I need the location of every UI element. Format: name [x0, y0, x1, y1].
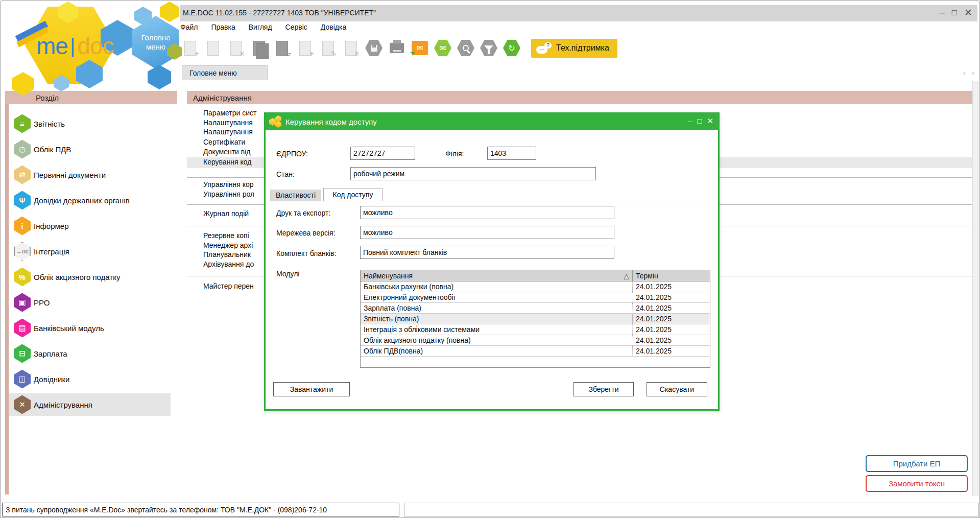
- filia-field[interactable]: 1403: [487, 147, 536, 160]
- stan-field[interactable]: робочий режим: [350, 167, 596, 180]
- receive-mail-icon[interactable]: ✉: [433, 37, 452, 59]
- network-version-label: Мережева версія:: [276, 229, 336, 237]
- sidebar-item-excise[interactable]: % Облік акцизного податку: [9, 266, 171, 288]
- edit-document-icon[interactable]: ▱: [272, 37, 292, 59]
- tab-access-code[interactable]: Код доступу: [323, 188, 383, 201]
- table-row[interactable]: Електронний документообіг24.01.2025: [361, 292, 710, 303]
- forms-set-label: Комплект бланків:: [276, 249, 336, 257]
- dialog-close-icon[interactable]: ✕: [707, 116, 713, 126]
- sort-asc-icon: △: [624, 272, 629, 280]
- print-export-label: Друк та експорт:: [276, 209, 330, 217]
- list-item[interactable]: Журнал подій: [203, 209, 249, 218]
- list-item[interactable]: Параметри сист: [203, 109, 257, 117]
- print-export-field[interactable]: можливо: [360, 206, 614, 219]
- new-document-icon[interactable]: +: [180, 37, 200, 59]
- sidebar-item-gov-certificates[interactable]: Ψ Довідки державних органів: [9, 189, 171, 211]
- sidebar-item-banking[interactable]: ▤ Банківський модуль: [9, 317, 171, 339]
- cancel-button[interactable]: Скасувати: [647, 382, 707, 396]
- sidebar-item-label: Адміністрування: [34, 401, 92, 409]
- load-button[interactable]: Завантажити: [273, 382, 350, 396]
- update-icon[interactable]: ↻: [502, 37, 521, 59]
- tab-main-menu[interactable]: Головне меню: [182, 65, 268, 80]
- sidebar-item-informer[interactable]: i Інформер: [9, 215, 171, 237]
- table-row[interactable]: Банківськи рахунки (повна)24.01.2025: [361, 281, 710, 292]
- tech-support-button[interactable]: ...? Тех.підтримка: [531, 39, 617, 58]
- salary-icon: ⊟: [14, 344, 31, 363]
- close-icon[interactable]: ✕: [964, 7, 972, 19]
- filter-icon[interactable]: [479, 37, 498, 59]
- sidebar-item-vat[interactable]: ◷ Облік ПДВ: [9, 138, 171, 160]
- sidebar-item-reports[interactable]: ≡ Звітність: [9, 112, 171, 135]
- sidebar-item-label: Довідники: [34, 375, 69, 384]
- table-row[interactable]: Зарплата (повна)24.01.2025: [361, 303, 710, 314]
- vat-icon: ◷: [14, 140, 31, 159]
- forms-set-field[interactable]: Повний комплект бланків: [360, 246, 614, 259]
- save-button[interactable]: Зберегти: [573, 382, 634, 396]
- sidebar-item-primary-docs[interactable]: ⇄ Первинні документи: [9, 163, 171, 186]
- list-item[interactable]: Налаштування: [203, 119, 253, 127]
- table-row[interactable]: Облік ПДВ(повна)24.01.2025: [361, 346, 710, 357]
- menu-view[interactable]: Вигляд: [249, 23, 272, 31]
- dialog-maximize-icon[interactable]: □: [697, 116, 702, 126]
- honeycomb-icon: [269, 115, 282, 128]
- list-item[interactable]: Документи від: [203, 148, 251, 156]
- maximize-icon[interactable]: □: [952, 7, 957, 19]
- window-controls: – □ ✕: [940, 7, 972, 19]
- list-item[interactable]: Управління кор: [203, 180, 254, 189]
- main-menu-badge[interactable]: Головне меню: [132, 16, 179, 69]
- sidebar-item-rro[interactable]: ▣ РРО: [9, 291, 171, 314]
- modules-table-header[interactable]: Найменування△ Термін: [361, 270, 710, 281]
- search-icon[interactable]: [456, 37, 475, 59]
- tab-scroll-arrows[interactable]: ‹ ›: [963, 68, 976, 77]
- print-icon[interactable]: [387, 37, 407, 59]
- edrpou-field[interactable]: 27272727: [350, 147, 415, 160]
- informer-icon: i: [14, 217, 31, 236]
- list-item-selected[interactable]: Керування код: [203, 158, 252, 166]
- list-item[interactable]: Менеджер архі: [203, 241, 253, 249]
- add-document-icon[interactable]: +: [295, 37, 315, 59]
- menu-edit[interactable]: Правка: [211, 23, 235, 31]
- list-item[interactable]: Налаштування: [203, 128, 253, 136]
- menu-service[interactable]: Сервіс: [285, 23, 307, 31]
- minimize-icon[interactable]: –: [940, 7, 944, 19]
- sign-document-icon[interactable]: ✎: [318, 37, 338, 59]
- sidebar-item-directories[interactable]: ◫ Довідники: [9, 368, 171, 390]
- status-bar-secondary: [404, 503, 979, 516]
- administration-icon: ✕: [14, 395, 31, 414]
- list-item[interactable]: Планувальник: [203, 250, 251, 258]
- delete-document-icon[interactable]: ✕: [226, 37, 246, 59]
- column-name: Найменування: [364, 272, 413, 280]
- sidebar-item-administration[interactable]: ✕ Адміністрування: [9, 393, 171, 416]
- dialog-titlebar: Керування кодом доступу – □ ✕: [265, 113, 719, 130]
- dialog-minimize-icon[interactable]: –: [688, 116, 692, 126]
- modules-table: Найменування△ Термін Банківськи рахунки …: [360, 270, 710, 368]
- logo-doc-text: doc: [77, 32, 113, 60]
- open-document-icon[interactable]: [203, 37, 223, 59]
- tab-properties[interactable]: Властивості: [270, 190, 321, 201]
- network-version-field[interactable]: можливо: [360, 226, 614, 239]
- table-row-highlighted[interactable]: Звітність (повна)24.01.2025: [361, 314, 710, 324]
- table-row[interactable]: Інтеграція з обліковими системами24.01.2…: [361, 324, 710, 335]
- menu-help[interactable]: Довідка: [321, 23, 346, 31]
- menu-file[interactable]: Файл: [180, 23, 198, 31]
- sidebar-item-label: Звітність: [34, 120, 65, 128]
- list-item[interactable]: Архівування до: [203, 260, 254, 268]
- list-item[interactable]: Сертифікати: [203, 138, 245, 146]
- order-token-button[interactable]: Замовити токен: [866, 475, 968, 492]
- buy-ep-button[interactable]: Придбати ЕП: [866, 455, 968, 472]
- send-mail-icon[interactable]: ✉: [410, 37, 429, 59]
- copy-document-icon[interactable]: [249, 37, 269, 59]
- save-document-icon[interactable]: [364, 37, 384, 59]
- logo-wordmark: me | doc: [36, 32, 113, 60]
- list-item[interactable]: Майстер перен: [203, 282, 254, 290]
- remove-document-icon[interactable]: ✕: [341, 37, 361, 59]
- logo-me-text: me: [36, 32, 68, 60]
- list-item[interactable]: Резервне копі: [203, 231, 249, 240]
- sidebar-item-integration[interactable]: →ос Інтеграція: [9, 240, 171, 263]
- vertical-scrollbar[interactable]: [972, 81, 979, 496]
- column-term: Термін: [636, 272, 658, 280]
- table-row[interactable]: Облік акцизного податку (повна)24.01.202…: [361, 335, 710, 346]
- sidebar-item-salary[interactable]: ⊟ Зарплата: [9, 342, 171, 365]
- list-item[interactable]: Управління рол: [203, 190, 254, 198]
- sidebar-header: Розділ: [5, 91, 177, 104]
